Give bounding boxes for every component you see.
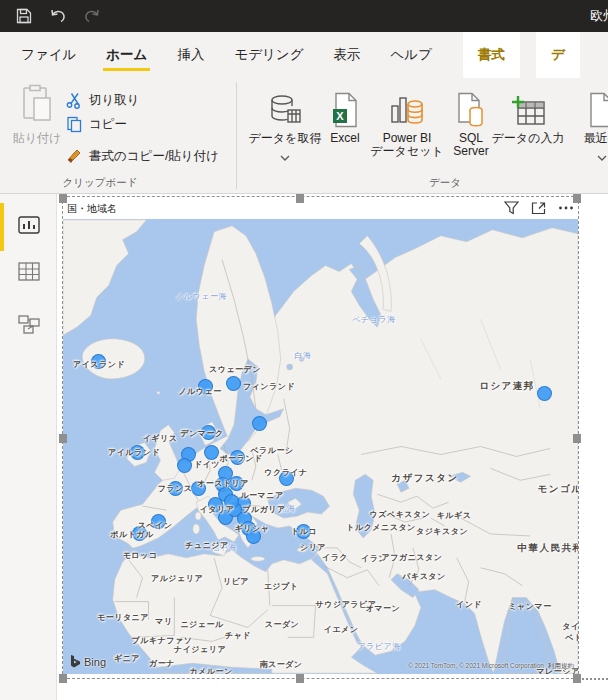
chevron-down-icon — [572, 147, 608, 165]
tab-insert[interactable]: 挿入 — [162, 32, 219, 78]
report-view-button[interactable] — [16, 213, 42, 239]
visual-header: 国・地域名 — [63, 197, 578, 219]
get-data-button[interactable]: データを取得 — [243, 84, 327, 184]
sql-server-button[interactable]: SQL Server — [448, 84, 494, 184]
map-label: カザフスタン — [391, 472, 458, 485]
cut-label: 切り取り — [89, 92, 140, 109]
cut-button[interactable]: 切り取り — [66, 90, 140, 110]
tab-home[interactable]: ホーム — [91, 32, 162, 78]
paste-button[interactable]: 貼り付け — [8, 84, 66, 147]
model-view-button[interactable] — [16, 311, 42, 337]
map-label: 南スーダン — [259, 659, 302, 670]
more-options-icon[interactable] — [557, 200, 574, 215]
map-label: モンゴル — [538, 483, 578, 496]
selection-handle-bottom-right[interactable] — [573, 674, 581, 683]
bing-logo[interactable]: Bing — [70, 655, 106, 668]
selection-border-extension — [579, 678, 608, 680]
enter-data-label: データの入力 — [490, 132, 566, 145]
tab-file[interactable]: ファイル — [6, 32, 91, 78]
tab-modeling[interactable]: モデリング — [219, 32, 318, 78]
map-label: ウズベキスタン — [370, 509, 431, 520]
map-label: ギリシャ — [235, 523, 270, 534]
map-label: タジキスタン — [416, 526, 468, 537]
map-label: 中華人民共和国 — [518, 542, 579, 555]
selection-handle-top-left[interactable] — [59, 194, 67, 203]
window-title: 欧州 — [590, 7, 608, 25]
map-label: リビア — [223, 576, 249, 587]
map-label: モーリタニア — [97, 612, 149, 623]
selection-handle-bottom-left[interactable] — [59, 674, 67, 683]
tab-data-drill[interactable]: デ — [536, 32, 580, 78]
map-overlay-layer: ノルウェー海ペチョラ海白海黒海地中海アラビア海アイスランドノルウェースウェーデン… — [63, 219, 578, 674]
map-label: トルコ — [291, 526, 317, 537]
map-bubble[interactable] — [537, 386, 552, 401]
map-label: ブルガリア — [242, 504, 285, 515]
recent-sources-label: 最近の — [572, 132, 608, 145]
pbi-datasets-button[interactable]: Power BI データセット — [368, 84, 446, 184]
selection-handle-top-right[interactable] — [573, 194, 581, 203]
tab-help[interactable]: ヘルプ — [376, 32, 447, 78]
map-label: インド — [456, 599, 482, 610]
map-attribution: © 2021 TomTom, © 2021 Microsoft Corporat… — [408, 662, 574, 671]
map-label: ガーナ — [149, 658, 175, 669]
powerbi-desktop-window: { "titlebar": { "title": "欧州" }, "ribbon… — [0, 0, 608, 700]
map-label: チャド — [225, 630, 251, 641]
map-label: ペチョラ海 — [352, 314, 395, 325]
map-bubble[interactable] — [252, 416, 267, 431]
excel-label: Excel — [320, 132, 370, 145]
map-bubble[interactable] — [177, 458, 192, 473]
copy-button[interactable]: コピー — [66, 114, 127, 134]
map-label: アルジェリア — [151, 573, 203, 584]
map-label: ノルウェー海 — [175, 291, 227, 302]
data-view-button[interactable] — [16, 259, 42, 285]
undo-icon[interactable] — [48, 6, 68, 26]
format-painter-icon — [66, 148, 83, 165]
copy-icon — [66, 116, 83, 133]
map-label: アラビア海 — [357, 641, 400, 652]
focus-mode-icon[interactable] — [530, 200, 547, 215]
chevron-down-icon — [243, 147, 327, 165]
ribbon-tab-bar: ファイル ホーム 挿入 モデリング 表示 ヘルプ 書式 デ — [0, 32, 608, 78]
map-label: スウェーデン — [209, 364, 261, 375]
map-label: イギリス — [143, 433, 178, 444]
map-label: ノルウェー — [178, 386, 221, 397]
map-label: ミャンマー — [508, 601, 551, 612]
excel-icon: X — [320, 84, 370, 128]
tab-format[interactable]: 書式 — [463, 32, 520, 78]
map-label: キルギス — [437, 510, 472, 521]
excel-button[interactable]: X Excel — [320, 84, 370, 184]
enter-data-button[interactable]: データの入力 — [490, 84, 566, 184]
selection-handle-bottom-center[interactable] — [296, 674, 304, 683]
map-label: モロッコ — [123, 550, 158, 561]
tab-view[interactable]: 表示 — [319, 32, 376, 78]
ribbon: 貼り付け 切り取り コピー 書式のコピー/貼り付け クリップボード データを取得… — [0, 78, 608, 194]
copy-label: コピー — [89, 116, 127, 133]
selection-handle-mid-right[interactable] — [573, 434, 581, 443]
map-label: フランス — [158, 483, 193, 494]
map-label: アイルランド — [108, 447, 160, 458]
format-painter-button[interactable]: 書式のコピー/貼り付け — [66, 146, 219, 166]
redo-icon[interactable] — [82, 6, 102, 26]
selection-handle-mid-left[interactable] — [59, 434, 67, 443]
map-label: ナイジェリア — [174, 644, 226, 655]
database-icon — [243, 84, 327, 128]
map-label: アイスランド — [73, 359, 125, 370]
pbi-datasets-label-2: データセット — [368, 145, 446, 158]
recent-sources-button[interactable]: 最近の — [572, 84, 608, 184]
map-label: スーダン — [265, 619, 300, 630]
save-icon[interactable] — [14, 6, 34, 26]
map-label: ベト — [565, 632, 578, 643]
map-label: 白海 — [295, 350, 312, 361]
data-group-label: データ — [400, 176, 490, 190]
map-label: アフガニスタン — [382, 552, 443, 563]
bing-map-canvas[interactable]: ノルウェー海ペチョラ海白海黒海地中海アラビア海アイスランドノルウェースウェーデン… — [63, 219, 578, 674]
map-label: ロシア連邦 — [479, 380, 535, 393]
filter-icon[interactable] — [503, 200, 520, 215]
map-label: ウクライナ — [264, 467, 307, 478]
map-bubble[interactable] — [226, 376, 241, 391]
visual-title: 国・地域名 — [67, 202, 117, 216]
selection-handle-top-center[interactable] — [296, 194, 304, 203]
map-visual[interactable]: 国・地域名 — [62, 196, 579, 679]
clipboard-icon — [22, 84, 52, 122]
terms-link[interactable]: 利用規約 — [548, 662, 574, 669]
